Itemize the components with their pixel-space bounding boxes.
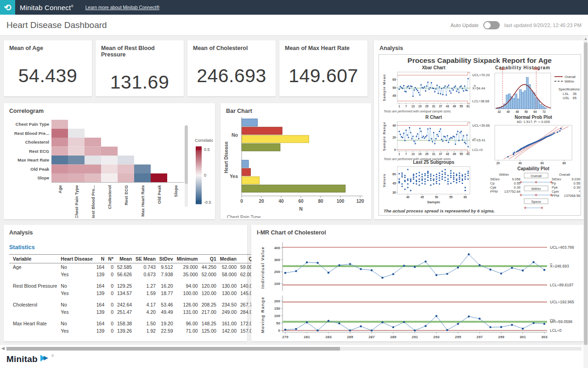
svg-text:279: 279: [282, 335, 288, 339]
svg-text:301: 301: [520, 335, 526, 339]
svg-text:285: 285: [347, 335, 353, 339]
kpi-card-mean-age: Mean of Age 54.439: [4, 40, 92, 96]
svg-text:281: 281: [304, 335, 310, 339]
svg-text:R=15.41: R=15.41: [472, 138, 486, 142]
horizontal-scrollbar-thumb[interactable]: [6, 347, 340, 351]
svg-text:287: 287: [368, 335, 375, 339]
kpi-value: 131.69: [96, 72, 184, 93]
svg-text:StDev: StDev: [490, 177, 500, 181]
svg-text:19: 19: [418, 105, 422, 108]
svg-text:35: 35: [573, 92, 577, 96]
svg-text:LSL: LSL: [499, 67, 506, 70]
svg-text:LCL=38.68: LCL=38.68: [472, 99, 489, 103]
svg-text:200: 200: [274, 270, 281, 274]
svg-text:N: N: [299, 206, 303, 212]
kpi-value: 54.439: [4, 65, 92, 87]
kpi-value: 246.693: [187, 65, 276, 87]
trademark-symbol: ®: [51, 354, 54, 357]
top-navbar: ⟲ Minitab Connect® Learn more about Mini…: [0, 0, 588, 15]
svg-text:0.39: 0.39: [514, 185, 520, 190]
svg-text:UCL=70.20: UCL=70.20: [472, 73, 490, 77]
svg-text:56: 56: [525, 110, 528, 113]
svg-text:7: 7: [405, 105, 407, 108]
svg-text:37: 37: [439, 105, 442, 108]
horizontal-scrollbar[interactable]: [6, 347, 582, 351]
svg-text:0.55: 0.55: [573, 181, 580, 185]
page-title: Heart Disease Dashboard: [6, 20, 107, 30]
svg-text:303: 303: [541, 335, 548, 339]
svg-text:Slope: Slope: [173, 185, 178, 197]
svg-text:13: 13: [411, 152, 415, 156]
kpi-value: 149.607: [279, 65, 368, 87]
svg-text:60: 60: [541, 162, 544, 165]
svg-text:137068.58: 137068.58: [564, 194, 580, 198]
svg-text:49: 49: [452, 105, 456, 108]
svg-text:Process Capability Sixpack Rep: Process Capability Sixpack Report for Ag…: [407, 56, 552, 64]
svg-text:Xbar Chart: Xbar Chart: [422, 65, 446, 70]
auto-update-toggle[interactable]: [483, 21, 500, 29]
svg-text:Individual Value: Individual Value: [260, 246, 265, 289]
svg-text:80: 80: [318, 199, 323, 204]
scroll-up-arrow-icon[interactable]: ▲: [583, 37, 588, 41]
svg-text:293: 293: [433, 335, 440, 339]
svg-text:Max Heart Rate: Max Heart Rate: [17, 157, 49, 162]
stats-col-header: N*: [104, 255, 113, 263]
svg-text:Ppk: Ppk: [552, 185, 558, 190]
svg-text:100: 100: [337, 199, 345, 204]
svg-text:The actual process spread is r: The actual process spread is represented…: [384, 208, 495, 213]
svg-text:Within: Within: [565, 79, 574, 84]
svg-text:UCL=39.66: UCL=39.66: [472, 123, 490, 128]
table-row: Yes1390134.571.5918.77100.00120.00130.00…: [9, 290, 281, 297]
svg-text:Sample Range: Sample Range: [382, 122, 386, 151]
svg-text:Values: Values: [382, 173, 386, 187]
svg-text:Chest Pain Type: Chest Pain Type: [74, 185, 79, 218]
svg-text:61: 61: [466, 152, 470, 156]
svg-text:-0.5: -0.5: [204, 200, 211, 205]
svg-text:40: 40: [278, 199, 284, 204]
svg-text:48: 48: [515, 110, 519, 113]
svg-text:PPM: PPM: [490, 190, 498, 194]
svg-text:45: 45: [392, 182, 396, 185]
svg-text:120: 120: [356, 199, 364, 204]
auto-update-label: Auto Update: [451, 22, 479, 28]
svg-text:USL: USL: [533, 67, 540, 70]
svg-text:55: 55: [459, 105, 463, 108]
stats-col-header: Minimum: [173, 255, 198, 263]
statistics-heading: Statistics: [4, 238, 247, 253]
svg-text:Correlation: Correlation: [195, 138, 213, 143]
svg-text:Cpk: Cpk: [490, 185, 497, 190]
svg-text:45: 45: [392, 94, 396, 97]
svg-text:Observation: Observation: [402, 340, 428, 340]
svg-text:55: 55: [449, 195, 453, 199]
table-row: CholesterolNo1640242.644.1753.46126.0020…: [9, 301, 281, 308]
stats-col-header: SE Mean: [132, 255, 156, 263]
scroll-left-arrow-icon[interactable]: ◀: [1, 346, 5, 351]
svg-text:200: 200: [274, 299, 281, 303]
imr-chart: 100200300400UCL=403.766X=246.693LCL=89.6…: [253, 238, 580, 340]
svg-text:0.39: 0.39: [573, 185, 580, 190]
learn-more-link[interactable]: Learn more about Minitab Connect®: [85, 5, 159, 10]
svg-text:AD: 1.517, P: < 0.005: AD: 1.517, P: < 0.005: [517, 120, 550, 124]
minitab-connect-logo[interactable]: ⟲: [0, 0, 15, 15]
svg-text:299: 299: [498, 335, 504, 339]
svg-text:40: 40: [519, 162, 522, 165]
svg-text:Chest Pain Type: Chest Pain Type: [227, 215, 261, 218]
svg-text:40: 40: [406, 195, 410, 199]
minitab-arrow-icon: [40, 354, 49, 362]
svg-text:PPM: PPM: [552, 194, 559, 198]
panel-title: Correlogram: [4, 103, 215, 116]
svg-text:30: 30: [392, 191, 396, 194]
table-row: Rest Blood PressureNo1640129.251.2716.20…: [9, 282, 281, 290]
svg-text:Specifications: Specifications: [559, 87, 580, 91]
kpi-title: Mean of Max Heart Rate: [279, 40, 368, 53]
svg-text:Cholesterol: Cholesterol: [107, 185, 112, 209]
svg-text:25: 25: [425, 152, 429, 156]
svg-text:Sample: Sample: [427, 200, 441, 204]
svg-text:40: 40: [507, 110, 510, 113]
svg-text:45: 45: [420, 195, 424, 199]
minitab-connect-app: ⟲ Minitab Connect® Learn more about Mini…: [0, 0, 588, 368]
vertical-scrollbar[interactable]: ▲: [583, 37, 588, 368]
svg-text:289: 289: [390, 335, 396, 339]
vertical-scrollbar-thumb[interactable]: [584, 42, 588, 345]
svg-text:1: 1: [398, 152, 400, 156]
